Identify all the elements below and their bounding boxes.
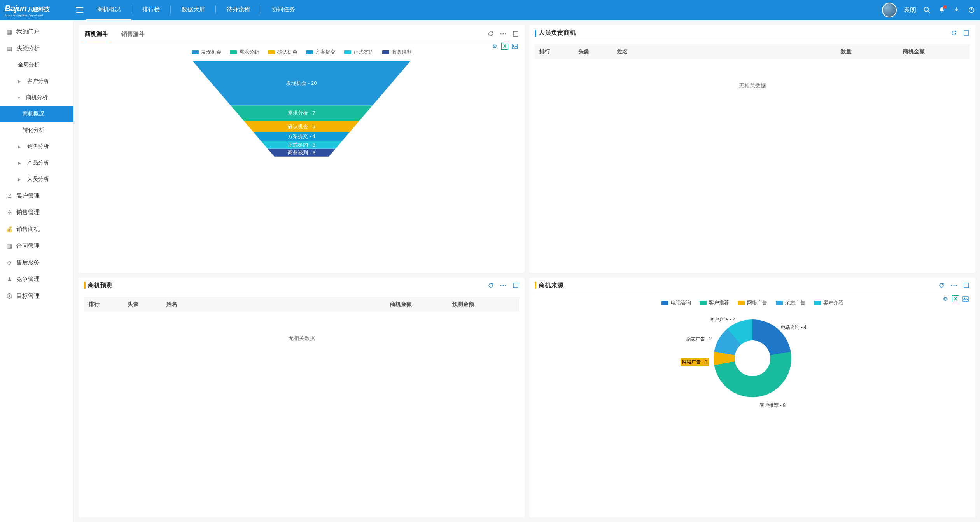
sidebar-item-1[interactable]: ▤决策分析 — [0, 40, 74, 57]
col-amount: 商机金额 — [390, 301, 444, 308]
source-legend: 电话咨询客户推荐网络广告杂志广告客户介绍 — [535, 299, 970, 306]
svg-point-12 — [505, 285, 506, 286]
legend-item[interactable]: 需求分析 — [230, 49, 259, 56]
svg-point-14 — [951, 285, 952, 286]
top-tab-4[interactable]: 协同任务 — [261, 0, 306, 20]
refresh-icon[interactable] — [487, 282, 494, 289]
col-rank: 排行 — [539, 48, 570, 55]
col-avatar: 头像 — [578, 48, 609, 55]
chart-icon: ▤ — [6, 45, 12, 52]
logo: Bajun八骏科技 Anyone.Anytime.Anywhere! — [5, 3, 73, 17]
sidebar-item-3[interactable]: ▶客户分析 — [0, 73, 74, 89]
gear-icon[interactable]: ⚙ — [942, 295, 949, 302]
title-accent — [84, 282, 86, 289]
svg-point-16 — [956, 285, 957, 286]
sidebar-item-7[interactable]: ▶销售分析 — [0, 138, 74, 155]
people-icon: ⚘ — [6, 209, 12, 216]
sidebar-item-10[interactable]: 🗎客户管理 — [0, 187, 74, 204]
col-qty: 数量 — [841, 48, 895, 55]
more-icon[interactable] — [500, 30, 507, 37]
download-icon[interactable] — [953, 6, 961, 14]
more-icon[interactable] — [950, 282, 957, 289]
svg-rect-13 — [513, 283, 518, 288]
forecast-empty-text: 无相关数据 — [84, 312, 519, 381]
sidebar-item-16[interactable]: ⦿目标管理 — [0, 288, 74, 304]
sidebar-item-2[interactable]: 全局分析 — [0, 57, 74, 73]
pie-label-0: 电话咨询 - 4 — [781, 324, 806, 331]
sidebar-item-label: 产品分析 — [27, 159, 49, 166]
money-icon: 💰 — [6, 226, 12, 232]
sidebar-item-11[interactable]: ⚘销售管理 — [0, 204, 74, 221]
top-tab-0[interactable]: 商机概况 — [86, 0, 131, 20]
caret-icon: ▾ — [18, 96, 20, 100]
col-forecast-amount: 预测金额 — [452, 301, 514, 308]
col-name: 姓名 — [166, 301, 382, 308]
legend-item[interactable]: 发现机会 — [192, 49, 221, 56]
sidebar-item-14[interactable]: ☺售后服务 — [0, 254, 74, 271]
legend-item[interactable]: 网络广告 — [738, 299, 767, 306]
power-icon[interactable] — [968, 6, 975, 14]
legend-item[interactable]: 方案提交 — [306, 49, 336, 56]
legend-item[interactable]: 正式签约 — [344, 49, 374, 56]
top-tab-3[interactable]: 待办流程 — [216, 0, 261, 20]
funnel-tab-1[interactable]: 销售漏斗 — [121, 29, 145, 42]
funnel-segment-2[interactable]: 确认机会 - 5 — [244, 121, 359, 132]
svg-point-3 — [500, 33, 502, 35]
gear-icon[interactable]: ⚙ — [491, 43, 498, 50]
svg-rect-9 — [964, 31, 969, 35]
sidebar-toggle-button[interactable] — [73, 0, 86, 20]
sidebar-item-label: 销售商机 — [16, 225, 40, 233]
sidebar-item-label: 转化分析 — [23, 127, 44, 134]
user-avatar[interactable] — [882, 3, 897, 17]
refresh-icon[interactable] — [950, 30, 957, 37]
funnel-segment-4[interactable]: 正式签约 - 3 — [261, 141, 342, 149]
legend-item[interactable]: 确认机会 — [268, 49, 298, 56]
sidebar-item-label: 商机分析 — [26, 94, 48, 101]
image-export-icon[interactable] — [511, 43, 518, 50]
funnel-segment-1[interactable]: 需求分析 - 7 — [231, 105, 373, 121]
sidebar-item-13[interactable]: ▥合同管理 — [0, 237, 74, 254]
main-content: 商机漏斗销售漏斗 ⚙ X 发现机会需求分析确认机会方案提交正式签约商务谈判 发现… — [74, 20, 980, 522]
sidebar-item-12[interactable]: 💰销售商机 — [0, 221, 74, 237]
legend-item[interactable]: 杂志广告 — [776, 299, 805, 306]
refresh-icon[interactable] — [938, 282, 945, 289]
logo-subtitle: Anyone.Anytime.Anywhere! — [5, 14, 73, 17]
staff-card-title: 人员负责商机 — [539, 29, 576, 37]
sidebar-item-4[interactable]: ▾商机分析 — [0, 89, 74, 106]
expand-icon[interactable] — [963, 282, 970, 289]
more-icon[interactable] — [500, 282, 507, 289]
top-tab-2[interactable]: 数据大屏 — [171, 0, 216, 20]
excel-export-icon[interactable]: X — [501, 43, 508, 50]
expand-icon[interactable] — [963, 30, 970, 37]
funnel-segment-0[interactable]: 发现机会 - 20 — [193, 61, 411, 105]
refresh-icon[interactable] — [487, 30, 494, 37]
col-avatar: 头像 — [128, 301, 159, 308]
sidebar-item-5[interactable]: 商机概况 — [0, 106, 74, 122]
sidebar-item-8[interactable]: ▶产品分析 — [0, 155, 74, 171]
legend-item[interactable]: 客户介绍 — [814, 299, 844, 306]
sidebar-item-6[interactable]: 转化分析 — [0, 122, 74, 138]
sidebar-item-15[interactable]: ♟竞争管理 — [0, 271, 74, 288]
excel-export-icon[interactable]: X — [952, 295, 959, 302]
expand-icon[interactable] — [512, 30, 519, 37]
grid-icon: ▦ — [6, 29, 12, 35]
sidebar-item-0[interactable]: ▦我的门户 — [0, 23, 74, 40]
top-tab-1[interactable]: 排行榜 — [131, 0, 171, 20]
bell-icon[interactable] — [938, 6, 946, 14]
legend-item[interactable]: 客户推荐 — [700, 299, 729, 306]
search-icon[interactable] — [923, 6, 931, 14]
pie-label-2: 网络广告 - 1 — [681, 358, 709, 366]
legend-item[interactable]: 电话咨询 — [662, 299, 691, 306]
expand-icon[interactable] — [512, 282, 519, 289]
compete-icon: ♟ — [6, 276, 12, 283]
donut-chart-wrap: 电话咨询 - 4客户推荐 - 9网络广告 - 1杂志广告 - 2客户介绍 - 2 — [535, 312, 970, 401]
sidebar-nav: ▦我的门户▤决策分析全局分析▶客户分析▾商机分析商机概况转化分析▶销售分析▶产品… — [0, 20, 74, 522]
image-export-icon[interactable] — [962, 295, 969, 302]
legend-item[interactable]: 商务谈判 — [382, 49, 412, 56]
svg-point-1 — [942, 12, 943, 13]
funnel-segment-5[interactable]: 商务谈判 - 3 — [268, 149, 335, 157]
funnel-segment-3[interactable]: 方案提交 - 4 — [254, 132, 350, 141]
svg-point-5 — [505, 33, 506, 35]
funnel-tab-0[interactable]: 商机漏斗 — [84, 29, 109, 42]
sidebar-item-9[interactable]: ▶人员分析 — [0, 171, 74, 187]
